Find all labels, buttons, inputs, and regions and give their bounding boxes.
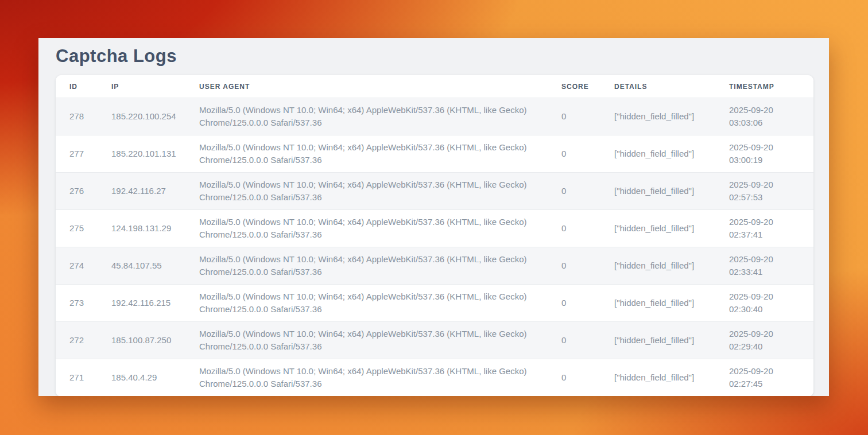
cell-details: ["hidden_field_filled"] bbox=[600, 247, 715, 285]
cell-ip: 185.100.87.250 bbox=[98, 322, 185, 359]
cell-timestamp: 2025-09-20 03:00:19 bbox=[715, 135, 813, 173]
cell-ip: 124.198.131.29 bbox=[98, 210, 185, 247]
cell-id: 277 bbox=[56, 135, 98, 173]
cell-timestamp: 2025-09-20 03:03:06 bbox=[715, 98, 813, 135]
cell-id: 271 bbox=[56, 359, 98, 397]
cell-user-agent: Mozilla/5.0 (Windows NT 10.0; Win64; x64… bbox=[185, 322, 548, 359]
table-row: 278 185.220.100.254 Mozilla/5.0 (Windows… bbox=[56, 98, 813, 135]
cell-user-agent: Mozilla/5.0 (Windows NT 10.0; Win64; x64… bbox=[185, 98, 548, 135]
cell-score: 0 bbox=[548, 210, 600, 247]
cell-user-agent: Mozilla/5.0 (Windows NT 10.0; Win64; x64… bbox=[185, 210, 548, 247]
cell-details: ["hidden_field_filled"] bbox=[600, 135, 715, 173]
table-row: 277 185.220.101.131 Mozilla/5.0 (Windows… bbox=[56, 135, 813, 173]
cell-score: 0 bbox=[548, 247, 600, 285]
column-header-ip: IP bbox=[98, 75, 185, 98]
cell-id: 274 bbox=[56, 247, 98, 285]
cell-id: 275 bbox=[56, 210, 98, 247]
column-header-timestamp: TIMESTAMP bbox=[715, 75, 813, 98]
cell-user-agent: Mozilla/5.0 (Windows NT 10.0; Win64; x64… bbox=[185, 285, 548, 322]
column-header-id: ID bbox=[56, 75, 98, 98]
cell-user-agent: Mozilla/5.0 (Windows NT 10.0; Win64; x64… bbox=[185, 359, 548, 397]
cell-details: ["hidden_field_filled"] bbox=[600, 98, 715, 135]
table-row: 275 124.198.131.29 Mozilla/5.0 (Windows … bbox=[56, 210, 813, 247]
cell-ip: 185.40.4.29 bbox=[98, 359, 185, 397]
page-background: { "page": { "title": "Captcha Logs" }, "… bbox=[0, 0, 868, 435]
cell-details: ["hidden_field_filled"] bbox=[600, 285, 715, 322]
cell-details: ["hidden_field_filled"] bbox=[600, 359, 715, 397]
table-body: 278 185.220.100.254 Mozilla/5.0 (Windows… bbox=[56, 98, 813, 397]
table-row: 273 192.42.116.215 Mozilla/5.0 (Windows … bbox=[56, 285, 813, 322]
cell-timestamp: 2025-09-20 02:37:41 bbox=[715, 210, 813, 247]
cell-timestamp: 2025-09-20 02:57:53 bbox=[715, 173, 813, 210]
logs-table-container: ID IP USER AGENT SCORE DETAILS TIMESTAMP… bbox=[56, 75, 813, 396]
column-header-user-agent: USER AGENT bbox=[185, 75, 548, 98]
cell-score: 0 bbox=[548, 322, 600, 359]
cell-details: ["hidden_field_filled"] bbox=[600, 173, 715, 210]
column-header-score: SCORE bbox=[548, 75, 600, 98]
cell-details: ["hidden_field_filled"] bbox=[600, 210, 715, 247]
table-header-row: ID IP USER AGENT SCORE DETAILS TIMESTAMP bbox=[56, 75, 813, 98]
logs-table: ID IP USER AGENT SCORE DETAILS TIMESTAMP… bbox=[56, 75, 813, 396]
cell-timestamp: 2025-09-20 02:29:40 bbox=[715, 322, 813, 359]
cell-ip: 192.42.116.215 bbox=[98, 285, 185, 322]
cell-id: 272 bbox=[56, 322, 98, 359]
cell-timestamp: 2025-09-20 02:33:41 bbox=[715, 247, 813, 285]
table-row: 276 192.42.116.27 Mozilla/5.0 (Windows N… bbox=[56, 173, 813, 210]
cell-score: 0 bbox=[548, 173, 600, 210]
table-row: 271 185.40.4.29 Mozilla/5.0 (Windows NT … bbox=[56, 359, 813, 397]
cell-ip: 185.220.100.254 bbox=[98, 98, 185, 135]
cell-ip: 45.84.107.55 bbox=[98, 247, 185, 285]
cell-id: 278 bbox=[56, 98, 98, 135]
cell-timestamp: 2025-09-20 02:30:40 bbox=[715, 285, 813, 322]
captcha-logs-card: Captcha Logs ID IP USER AGENT SCORE DETA… bbox=[38, 38, 829, 396]
cell-user-agent: Mozilla/5.0 (Windows NT 10.0; Win64; x64… bbox=[185, 135, 548, 173]
cell-ip: 192.42.116.27 bbox=[98, 173, 185, 210]
cell-details: ["hidden_field_filled"] bbox=[600, 322, 715, 359]
cell-user-agent: Mozilla/5.0 (Windows NT 10.0; Win64; x64… bbox=[185, 247, 548, 285]
cell-id: 276 bbox=[56, 173, 98, 210]
cell-score: 0 bbox=[548, 359, 600, 397]
cell-score: 0 bbox=[548, 135, 600, 173]
page-title: Captcha Logs bbox=[38, 38, 829, 75]
table-row: 272 185.100.87.250 Mozilla/5.0 (Windows … bbox=[56, 322, 813, 359]
cell-timestamp: 2025-09-20 02:27:45 bbox=[715, 359, 813, 397]
table-row: 274 45.84.107.55 Mozilla/5.0 (Windows NT… bbox=[56, 247, 813, 285]
cell-ip: 185.220.101.131 bbox=[98, 135, 185, 173]
cell-user-agent: Mozilla/5.0 (Windows NT 10.0; Win64; x64… bbox=[185, 173, 548, 210]
cell-id: 273 bbox=[56, 285, 98, 322]
cell-score: 0 bbox=[548, 98, 600, 135]
column-header-details: DETAILS bbox=[600, 75, 715, 98]
cell-score: 0 bbox=[548, 285, 600, 322]
